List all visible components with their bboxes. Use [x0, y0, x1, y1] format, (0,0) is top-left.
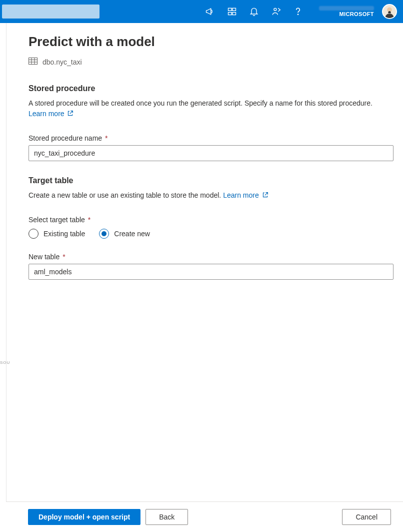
stored-proc-name-label: Stored procedure name * — [28, 134, 391, 142]
target-table-learn-more-link[interactable]: Learn more — [223, 191, 268, 199]
search-box-placeholder[interactable] — [2, 5, 100, 19]
radio-unchecked-icon — [28, 229, 38, 239]
top-bar: MICROSOFT — [0, 0, 403, 23]
svg-rect-1 — [232, 8, 236, 11]
stored-proc-section-title: Stored procedure — [28, 84, 391, 93]
radio-checked-icon — [99, 229, 109, 239]
radio-existing-table[interactable]: Existing table — [28, 229, 85, 239]
source-table-name: dbo.nyc_taxi — [42, 58, 82, 66]
new-table-input[interactable] — [28, 264, 394, 280]
target-table-radio-group: Existing table Create new — [28, 229, 391, 239]
deploy-button[interactable]: Deploy model + open script — [28, 509, 140, 525]
directory-icon[interactable] — [227, 7, 237, 17]
edge-hint-text: SOU — [0, 360, 10, 365]
page-body: Predict with a model dbo.nyc_taxi Stored… — [6, 23, 403, 501]
tenant-label: MICROSOFT — [339, 11, 374, 17]
radio-existing-label: Existing table — [44, 230, 85, 238]
svg-rect-7 — [29, 58, 38, 65]
back-button[interactable]: Back — [146, 509, 188, 525]
stored-procedure-section: Stored procedure A stored procedure will… — [28, 84, 391, 176]
announce-icon[interactable] — [205, 7, 215, 17]
svg-rect-0 — [228, 8, 232, 11]
new-table-label: New table * — [28, 253, 391, 261]
feedback-icon[interactable] — [271, 7, 281, 17]
svg-rect-2 — [228, 13, 232, 15]
radio-create-label: Create new — [114, 230, 150, 238]
footer-bar: Deploy model + open script Back Cancel — [6, 501, 403, 532]
page-title: Predict with a model — [28, 34, 391, 50]
radio-create-new[interactable]: Create new — [99, 229, 150, 239]
table-icon — [28, 58, 38, 66]
stored-proc-learn-more-link[interactable]: Learn more — [28, 110, 74, 118]
account-area[interactable]: MICROSOFT — [319, 4, 397, 19]
svg-point-5 — [298, 14, 298, 15]
target-table-description: Create a new table or use an existing ta… — [28, 190, 391, 201]
external-link-icon — [67, 110, 74, 117]
stored-proc-description: A stored procedure will be created once … — [28, 98, 391, 119]
external-link-icon — [262, 192, 268, 198]
target-table-section: Target table Create a new table or use a… — [28, 176, 391, 280]
top-icon-bar — [205, 7, 303, 17]
target-table-section-title: Target table — [28, 176, 391, 185]
svg-point-4 — [274, 8, 276, 11]
cancel-button[interactable]: Cancel — [342, 509, 391, 525]
select-target-table-label: Select target table * — [28, 216, 391, 224]
user-email-blurred — [319, 6, 374, 11]
bell-icon[interactable] — [249, 7, 259, 17]
help-icon[interactable] — [293, 7, 303, 17]
svg-rect-3 — [232, 13, 236, 15]
source-table-row: dbo.nyc_taxi — [28, 58, 391, 66]
avatar[interactable] — [382, 4, 397, 19]
stored-proc-name-input[interactable] — [28, 145, 394, 161]
